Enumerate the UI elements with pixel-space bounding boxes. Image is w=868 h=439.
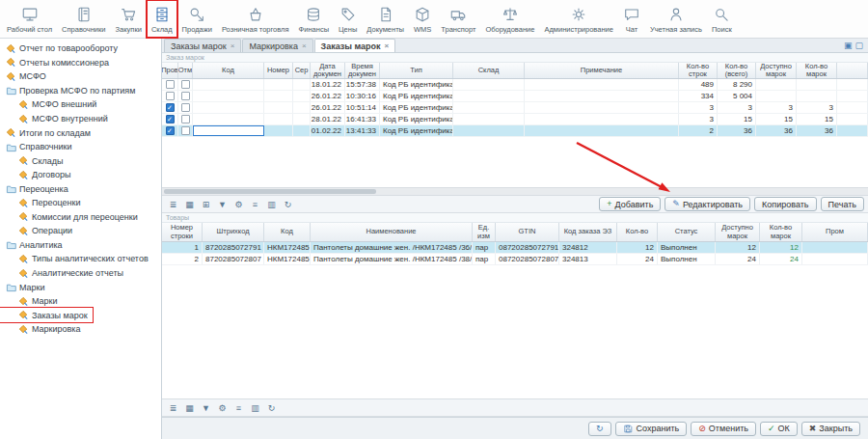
- toolbar-item-chat[interactable]: Чат: [618, 0, 645, 38]
- toolbar-item-prices[interactable]: Цены: [334, 0, 362, 38]
- toolbar-item-account[interactable]: Учетная запись: [645, 0, 707, 38]
- cell-ser[interactable]: [293, 91, 311, 101]
- print-button[interactable]: Печать: [821, 197, 864, 211]
- row-checkbox-prov[interactable]: [166, 126, 175, 135]
- column-header-name[interactable]: Наименование: [311, 223, 473, 241]
- sidebar-item[interactable]: Договоры: [0, 168, 161, 182]
- cell-prim[interactable]: [525, 102, 679, 113]
- cell-vsego[interactable]: 3: [718, 102, 756, 113]
- sidebar-item[interactable]: Маркировка: [0, 322, 161, 337]
- tab-close-icon[interactable]: ×: [385, 41, 390, 50]
- cell-kod[interactable]: [193, 114, 264, 124]
- edit-button[interactable]: ✎Редактировать: [665, 197, 750, 211]
- table-row[interactable]: 01.02.2213:41:33Код РБ идентификации2363…: [162, 125, 868, 137]
- cell-ser[interactable]: [293, 114, 311, 124]
- cell-marok[interactable]: 24: [760, 254, 802, 264]
- cell-marok[interactable]: [797, 91, 837, 101]
- tab-close-icon[interactable]: ×: [231, 41, 235, 50]
- cell-prom[interactable]: [802, 242, 868, 253]
- cell-marok[interactable]: 12: [760, 242, 802, 253]
- row-checkbox-prov[interactable]: [166, 103, 175, 112]
- cell-extra[interactable]: [837, 102, 868, 113]
- cell-vremya[interactable]: 16:41:33: [345, 114, 380, 124]
- cell-dostupno[interactable]: 36: [756, 125, 797, 136]
- toolbar-item-transport[interactable]: Транспорт: [436, 0, 480, 38]
- sidebar-item[interactable]: Типы аналитических отчетов: [0, 252, 161, 266]
- sidebar-item[interactable]: Марки: [0, 294, 161, 309]
- column-header-zakaz[interactable]: Код заказа ЭЗ: [559, 223, 617, 241]
- table-view-icon[interactable]: ▦: [182, 400, 197, 415]
- cell-dostupno[interactable]: 12: [716, 242, 760, 253]
- cell-extra[interactable]: [837, 91, 868, 101]
- table-row[interactable]: 28720285072807НКМ172485Пантолеты домашни…: [162, 254, 868, 265]
- cell-marok[interactable]: 15: [797, 114, 837, 124]
- column-header-kolvo[interactable]: Кол-во: [617, 223, 658, 241]
- sidebar-item[interactable]: Отчеты комиссионера: [0, 56, 161, 70]
- column-header-kod[interactable]: Код: [193, 63, 264, 78]
- cell-tip[interactable]: Код РБ идентификации: [380, 79, 453, 90]
- column-header-strok[interactable]: Кол-вострок: [679, 63, 718, 78]
- refresh-grid-icon[interactable]: ↻: [281, 197, 295, 211]
- list-view-icon[interactable]: ≣: [166, 197, 180, 211]
- cell-tip[interactable]: Код РБ идентификации: [380, 91, 453, 101]
- column-header-sklad[interactable]: Склад: [453, 63, 525, 78]
- column-header-vsego[interactable]: Кол-во(всего): [718, 63, 756, 78]
- table-row[interactable]: 18720285072791НКМ172485Пантолеты домашни…: [162, 242, 868, 254]
- toolbar-item-finance[interactable]: Финансы: [294, 0, 335, 38]
- row-checkbox-otm[interactable]: [181, 80, 190, 89]
- cell-kod[interactable]: НКМ172485: [264, 242, 311, 253]
- cell-zakaz[interactable]: 324812: [559, 242, 617, 253]
- cell-status[interactable]: Выполнен: [658, 254, 716, 264]
- column-header-prom[interactable]: Пром: [802, 223, 868, 241]
- cell-marok[interactable]: 36: [797, 125, 837, 136]
- cell-barcode[interactable]: 8720285072807: [203, 254, 264, 264]
- cell-data[interactable]: 28.01.22: [311, 114, 345, 124]
- sort-icon[interactable]: ≡: [248, 197, 262, 211]
- cell-vsego[interactable]: 15: [718, 114, 756, 124]
- cell-ser[interactable]: [293, 79, 311, 90]
- cell-tip[interactable]: Код РБ идентификации: [380, 125, 453, 136]
- sidebar-item[interactable]: Аналитические отчеты: [0, 266, 161, 281]
- sidebar-item[interactable]: Итоги по складам: [0, 125, 161, 140]
- cell-num[interactable]: 2: [162, 254, 203, 264]
- cell-kod[interactable]: [193, 79, 264, 90]
- restore-panel-icon[interactable]: ▢: [854, 41, 863, 50]
- row-checkbox-prov[interactable]: [166, 80, 175, 89]
- cell-strok[interactable]: 489: [679, 79, 718, 90]
- cell-dostupno[interactable]: 15: [756, 114, 797, 124]
- cell-gtin[interactable]: 08720285072791: [496, 242, 559, 253]
- cell-nomer[interactable]: [264, 91, 293, 101]
- column-header-gtin[interactable]: GTIN: [496, 223, 559, 241]
- cell-extra[interactable]: [837, 125, 868, 136]
- cell-strok[interactable]: 334: [679, 91, 718, 101]
- cell-name[interactable]: Пантолеты домашние жен. /НКМ172485 /38/3…: [311, 254, 473, 264]
- sidebar-item[interactable]: Переоценки: [0, 196, 161, 210]
- cell-ser[interactable]: [293, 125, 311, 136]
- row-checkbox-otm[interactable]: [181, 126, 190, 135]
- toolbar-item-directory[interactable]: Справочники: [57, 0, 110, 38]
- settings-icon[interactable]: ⚙: [231, 197, 246, 211]
- column-header-data[interactable]: Датадокумен: [311, 63, 345, 78]
- cell-vremya[interactable]: 10:30:16: [345, 91, 380, 101]
- close-button[interactable]: ✖Закрыть: [801, 422, 860, 436]
- cell-kod[interactable]: НКМ172485: [264, 254, 311, 264]
- sidebar-item[interactable]: Операции: [0, 224, 161, 238]
- cell-prim[interactable]: [525, 125, 679, 136]
- cell-prim[interactable]: [525, 91, 679, 101]
- cell-strok[interactable]: 2: [679, 125, 718, 136]
- toolbar-item-admin[interactable]: Администрирование: [539, 0, 618, 38]
- column-header-marok[interactable]: Кол-вомарок: [797, 63, 837, 78]
- cell-data[interactable]: 18.01.22: [311, 79, 345, 90]
- column-header-num[interactable]: Номерстроки: [162, 223, 203, 241]
- toolbar-item-purchases[interactable]: Закупки: [111, 0, 147, 38]
- cell-strok[interactable]: 3: [679, 114, 718, 124]
- horizontal-scrollbar[interactable]: [162, 187, 868, 195]
- toolbar-item-warehouse[interactable]: Склад: [147, 0, 177, 38]
- cell-sklad[interactable]: [453, 91, 525, 101]
- refresh-button[interactable]: ↻: [588, 422, 611, 436]
- table-row[interactable]: 26.01.2210:51:14Код РБ идентификации3333: [162, 102, 868, 114]
- sidebar-item[interactable]: Комиссии для переоценки: [0, 210, 161, 225]
- cell-data[interactable]: 26.01.22: [311, 102, 345, 113]
- cell-kod[interactable]: [193, 125, 264, 136]
- cell-prim[interactable]: [525, 114, 679, 124]
